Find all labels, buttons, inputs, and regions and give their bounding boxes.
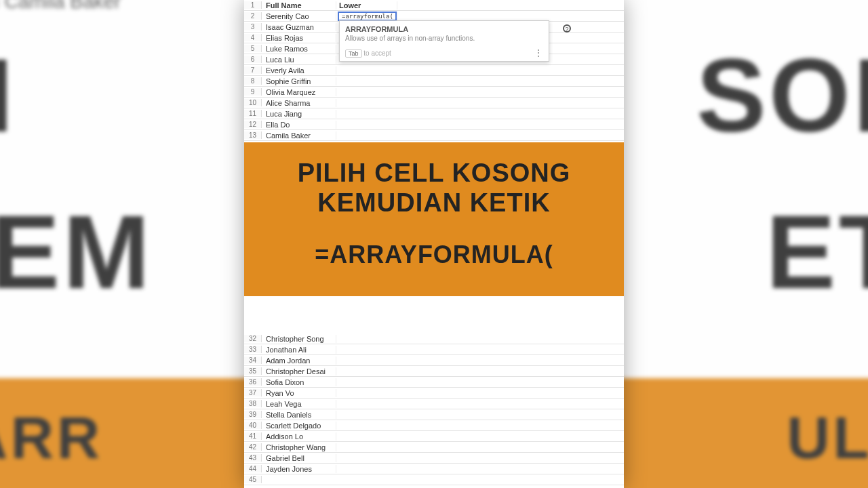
cell-name[interactable]: Christopher Song — [262, 335, 336, 343]
cell-name[interactable]: Stella Daniels — [262, 411, 336, 419]
spreadsheet-bottom: 32Christopher Song33Jonathan Ali34Adam J… — [244, 333, 624, 485]
cell-name[interactable]: Elias Rojas — [262, 34, 336, 42]
rownum: 37 — [244, 389, 262, 396]
rownum: 9 — [244, 88, 262, 96]
cell-name[interactable]: Camila Baker — [262, 131, 336, 140]
table-row[interactable]: 36Sofia Dixon — [244, 377, 624, 388]
table-row[interactable]: 42Christopher Wang — [244, 442, 624, 453]
cell-name[interactable]: Ryan Vo — [262, 389, 336, 397]
table-row[interactable]: 41Addison Lo — [244, 431, 624, 442]
rownum: 40 — [244, 422, 262, 429]
cell-name[interactable]: Alice Sharma — [262, 99, 336, 107]
autocomplete-description: Allows use of arrays in non-array functi… — [345, 35, 543, 42]
rownum: 35 — [244, 367, 262, 375]
more-icon[interactable]: ⋮ — [534, 47, 543, 58]
rownum-header: 1 — [244, 1, 262, 9]
cell-name[interactable]: Scarlett Delgado — [262, 422, 336, 430]
cell-name[interactable]: Sofia Dixon — [262, 378, 336, 386]
cell-name[interactable]: Gabriel Bell — [262, 454, 336, 462]
table-row[interactable]: 38Leah Vega — [244, 399, 624, 409]
cell-name[interactable]: Luke Ramos — [262, 45, 336, 53]
formula-input[interactable]: =arrayformula( — [338, 12, 397, 21]
table-row[interactable]: 34Adam Jordan — [244, 355, 624, 366]
bg-large-text-left-1: PI — [0, 35, 16, 156]
rownum: 45 — [244, 476, 262, 483]
cell-name[interactable]: Christopher Wang — [262, 443, 336, 451]
rownum: 39 — [244, 411, 262, 418]
rownum: 13 — [244, 131, 262, 139]
rownum: 42 — [244, 443, 262, 451]
rownum: 6 — [244, 56, 262, 63]
table-row[interactable]: 35Christopher Desai — [244, 366, 624, 377]
cell-name[interactable]: Christopher Desai — [262, 367, 336, 375]
bg-large-text-left-2: KEM — [0, 192, 153, 312]
cell-name[interactable]: Ella Do — [262, 121, 336, 129]
rownum: 3 — [244, 23, 262, 30]
table-row[interactable]: 32Christopher Song — [244, 333, 624, 344]
cell-name[interactable]: Luca Liu — [262, 56, 336, 64]
table-row[interactable]: 7Everly Avila — [244, 65, 624, 76]
formula-autocomplete-popup[interactable]: ARRAYFORMULA Allows use of arrays in non… — [339, 20, 549, 62]
cell-name[interactable]: Everly Avila — [262, 66, 336, 75]
cell-name[interactable]: Olivia Marquez — [262, 88, 336, 96]
cell-name[interactable]: Jayden Jones — [262, 465, 336, 473]
spreadsheet-top: 1 Full Name Lower 2 Serenity Cao =arrayf… — [244, 0, 624, 141]
rownum: 44 — [244, 465, 262, 472]
table-row[interactable]: 10Alice Sharma — [244, 98, 624, 108]
center-panel: 1 Full Name Lower 2 Serenity Cao =arrayf… — [244, 0, 624, 488]
instruction-formula: =ARRAYFORMULA( — [256, 241, 612, 269]
rownum: 10 — [244, 99, 262, 106]
rownum: 4 — [244, 34, 262, 41]
help-icon[interactable]: ? — [563, 24, 571, 33]
cell-name[interactable]: Isaac Guzman — [262, 23, 336, 31]
cell-name[interactable]: Adam Jordan — [262, 357, 336, 365]
table-row[interactable]: 43Gabriel Bell — [244, 453, 624, 464]
table-row[interactable]: 13Camila Baker — [244, 130, 624, 141]
instruction-line-2: KEMUDIAN KETIK — [256, 188, 612, 218]
table-row[interactable]: 40Scarlett Delgado — [244, 420, 624, 431]
table-row[interactable]: 11Luca Jiang — [244, 108, 624, 119]
table-row[interactable]: 45 — [244, 474, 624, 485]
table-row[interactable]: 8Sophie Griffin — [244, 76, 624, 87]
active-formula-cell[interactable]: =arrayformula( — [336, 12, 397, 21]
rownum: 43 — [244, 454, 262, 462]
rownum: 36 — [244, 378, 262, 386]
bg-large-text-right-2: ETIK — [766, 192, 868, 312]
rownum: 8 — [244, 77, 262, 85]
table-row[interactable]: 37Ryan Vo — [244, 388, 624, 399]
cell-name[interactable]: Jonathan Ali — [262, 346, 336, 354]
cell-name[interactable]: Leah Vega — [262, 400, 336, 408]
cell-name[interactable]: Addison Lo — [262, 432, 336, 441]
table-row[interactable]: 44Jayden Jones — [244, 464, 624, 474]
bg-row-top: 13Camila Baker — [0, 0, 121, 14]
rownum: 12 — [244, 121, 262, 128]
cell-name[interactable]: Serenity Cao — [262, 12, 336, 20]
cell-name[interactable]: Sophie Griffin — [262, 77, 336, 85]
table-row[interactable]: 39Stella Daniels — [244, 409, 624, 420]
rownum: 38 — [244, 400, 262, 407]
header-full-name: Full Name — [262, 1, 336, 9]
table-row[interactable]: 33Jonathan Ali — [244, 344, 624, 355]
rownum: 32 — [244, 335, 262, 342]
rownum: 5 — [244, 45, 262, 52]
table-row[interactable]: 12Ella Do — [244, 119, 624, 130]
rownum: 34 — [244, 357, 262, 364]
rownum: 41 — [244, 432, 262, 440]
bg-large-text-right-1: SONG — [696, 35, 868, 156]
autocomplete-hint: Tab to accept ⋮ — [345, 47, 543, 58]
table-row[interactable]: 9Olivia Marquez — [244, 87, 624, 98]
rownum: 7 — [244, 66, 262, 74]
autocomplete-title: ARRAYFORMULA — [345, 25, 543, 33]
instruction-line-1: PILIH CELL KOSONG — [256, 159, 612, 188]
header-row: 1 Full Name Lower — [244, 0, 624, 11]
rownum: 11 — [244, 110, 262, 117]
instruction-overlay: PILIH CELL KOSONG KEMUDIAN KETIK =ARRAYF… — [244, 142, 624, 296]
rownum: 33 — [244, 346, 262, 353]
cell-name[interactable]: Luca Jiang — [262, 110, 336, 118]
header-lower: Lower — [336, 1, 397, 9]
